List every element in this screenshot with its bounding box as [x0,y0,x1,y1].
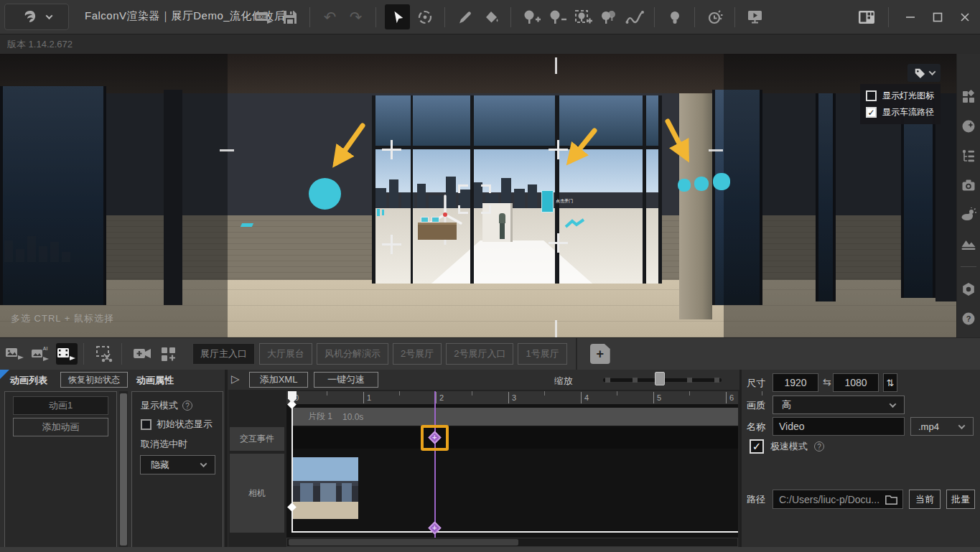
desk-screen [421,217,429,223]
glass-panel [0,86,106,305]
render-video-button[interactable] [744,6,766,28]
events-track[interactable] [292,427,738,449]
anim-list-scrollbar-track[interactable] [119,391,128,552]
tree-batch-button[interactable] [597,6,620,28]
turbo-checkbox[interactable]: ✓ [750,439,764,454]
help-icon[interactable]: ? [814,441,824,452]
export-image-button[interactable] [4,343,26,365]
display-options-button[interactable] [907,64,941,82]
path-input[interactable]: C:/Users/liuc-p/Docu... [773,490,903,509]
scene-tab-active[interactable]: 展厅主入口 [192,343,255,365]
assets-button[interactable] [960,88,977,106]
viewport-3d[interactable]: 点击开门 多选 CTRL + 鼠标选择 [0,54,956,337]
add-xml-button[interactable]: 添加XML [249,372,308,388]
person-silhouette-body [500,223,505,239]
add-tree-button[interactable] [520,6,542,28]
turbo-mode-row[interactable]: ✓ 极速模式 ? [750,439,824,454]
mullion [470,95,474,284]
scene-tab[interactable]: 2号展厅 [393,343,442,365]
height-input[interactable] [833,373,879,392]
light-button[interactable] [663,6,686,28]
turbo-label: 极速模式 [770,440,808,453]
deselect-dropdown[interactable]: 隐藏 [140,455,215,474]
time-of-day-button[interactable] [704,6,726,28]
remove-tree-button[interactable] [546,6,568,28]
checkbox-checked[interactable]: ✓ [866,107,877,118]
terrain-button[interactable] [960,235,977,253]
minimize-button[interactable] [900,6,921,28]
clip-header[interactable]: 片段 1 10.0s [292,408,738,426]
timeline-scrollbar-track[interactable] [286,538,738,547]
path-tool-button[interactable] [623,6,645,28]
screenshot-crop-button[interactable] [94,343,116,365]
weather-button[interactable] [960,206,977,223]
zoom-slider-handle[interactable] [655,372,665,385]
even-speed-button[interactable]: 一键匀速 [314,372,378,388]
format-dropdown[interactable]: .mp4 [910,417,974,436]
timeline-scrollbar-thumb[interactable] [289,539,518,546]
export-image-ai-button[interactable]: AI [30,343,52,365]
scene-tab[interactable]: 风机分解演示 [317,343,388,365]
export-video-button[interactable] [56,343,78,365]
door-hotspot-panel[interactable] [541,190,554,212]
help-button[interactable]: ? [960,310,977,327]
app-menu-button[interactable] [4,4,69,30]
anim-item-button[interactable]: 动画1 [13,396,108,415]
quality-dropdown[interactable]: 高 [773,396,905,414]
menu-item-light-icons[interactable]: 显示灯光图标 [866,90,941,102]
panel-corner-accent [0,370,9,379]
glass-panel [816,93,836,301]
row-label-events[interactable]: 交互事件 [230,427,284,451]
fill-tool-button[interactable] [480,6,502,28]
add-view-grid-button[interactable] [158,343,179,365]
export-exe-button[interactable]: EXE [253,6,275,28]
save-button[interactable] [279,6,301,28]
effects-button[interactable] [960,118,977,135]
play-button[interactable]: ▷ [231,373,244,387]
folder-icon[interactable] [885,495,897,505]
zoom-slider-tick [605,378,610,383]
menu-item-traffic-paths[interactable]: ✓ 显示车流路径 [866,106,941,118]
add-tree-area-button[interactable] [571,6,594,28]
scene-tab[interactable]: 1号展厅 [518,343,566,365]
timeline-ruler[interactable]: 0 1 2 3 4 5 6 [286,391,738,404]
main-toolbar: EXE ↶ ↷ [253,0,766,34]
orbit-tool-button[interactable] [414,6,436,28]
anim-list-scrollbar-thumb[interactable] [120,393,127,546]
link-aspect-button[interactable]: ⇅ [883,373,897,392]
add-anim-button[interactable]: 添加动画 [13,418,108,436]
initial-state-checkbox[interactable] [141,419,151,430]
hotspot-blob[interactable] [694,177,709,191]
row-label-camera[interactable]: 相机 [230,454,284,533]
maximize-button[interactable] [927,6,948,28]
add-camera-view-button[interactable] [132,343,154,365]
scene-tab[interactable]: 2号展厅入口 [446,343,513,365]
export-batch-button[interactable]: 批量 [946,490,975,509]
width-input[interactable] [773,373,818,392]
scene-tab[interactable]: 大厅展台 [259,343,312,365]
chevron-down-icon [958,422,966,429]
export-current-button[interactable]: 当前 [909,490,941,509]
redo-button[interactable]: ↷ [345,6,367,28]
undo-button[interactable]: ↶ [319,6,341,28]
add-scene-button[interactable]: + [590,344,610,364]
camera-keyframe-thumbnail[interactable] [293,457,358,519]
swap-dimensions-icon: ⇆ [823,376,831,388]
reset-initial-state-button[interactable]: 恢复初始状态 [60,372,128,388]
hotspot-circle[interactable] [309,178,341,210]
settings-button[interactable] [960,281,977,298]
select-tool-button[interactable] [385,4,410,29]
scenebar-separator [121,343,122,365]
close-button[interactable] [954,6,976,28]
help-icon[interactable]: ? [182,401,192,411]
scene-tree-button[interactable] [960,147,977,164]
camera-button[interactable] [960,177,977,194]
initial-state-row[interactable]: 初始状态显示 [141,418,213,431]
hotspot-blob[interactable] [678,179,691,192]
display-options-menu: 显示灯光图标 ✓ 显示车流路径 [860,84,941,124]
filename-input[interactable] [773,417,905,436]
hotspot-blob[interactable] [713,173,730,190]
pen-tool-button[interactable] [454,6,476,28]
checkbox-unchecked[interactable] [866,90,877,101]
layout-button[interactable] [856,6,877,28]
